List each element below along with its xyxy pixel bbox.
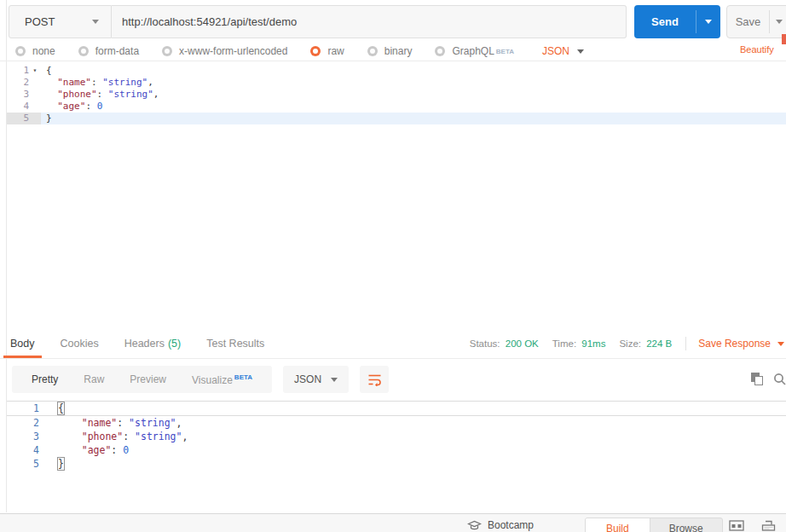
line-number: 5 bbox=[7, 113, 29, 124]
divider bbox=[0, 358, 786, 359]
code-line-3[interactable]: 3 "phone": "string", bbox=[7, 430, 786, 443]
line-number: 2 bbox=[7, 77, 29, 89]
body-type-form-data[interactable]: form-data bbox=[78, 45, 139, 57]
method-label: POST bbox=[25, 15, 55, 28]
line-gutter: 2 bbox=[7, 416, 39, 430]
headers-count-badge: (5) bbox=[168, 338, 181, 350]
bootcamp-label: Bootcamp bbox=[488, 519, 534, 531]
chevron-down-icon bbox=[92, 20, 99, 24]
code-line-4[interactable]: 4 "age": 0 bbox=[7, 443, 786, 457]
line-number: 5 bbox=[7, 457, 39, 471]
tab-label: Headers bbox=[124, 338, 165, 350]
beta-badge: BETA bbox=[496, 48, 514, 55]
copy-response-button[interactable] bbox=[751, 373, 765, 386]
send-options-button[interactable] bbox=[696, 5, 720, 38]
fold-spacer bbox=[29, 77, 41, 89]
body-type-raw[interactable]: raw bbox=[310, 45, 344, 57]
line-gutter: 3 bbox=[7, 430, 39, 443]
response-tabs: Body Cookies Headers (5) Test Results bbox=[3, 329, 283, 358]
save-button[interactable]: Save bbox=[726, 5, 786, 38]
save-options-button[interactable] bbox=[770, 6, 786, 38]
body-type-none[interactable]: none bbox=[15, 45, 55, 57]
fold-spacer bbox=[29, 113, 41, 124]
request-body-editor[interactable]: 1▾{2 "name": "string",3 "phone": "string… bbox=[7, 65, 786, 124]
line-gutter: 4 bbox=[7, 443, 39, 457]
chevron-down-icon bbox=[705, 20, 712, 24]
response-body-editor[interactable]: 1{2 "name": "string",3 "phone": "string"… bbox=[7, 401, 786, 471]
chevron-down-icon bbox=[777, 342, 784, 346]
view-visualize[interactable]: VisualizeBETA bbox=[179, 373, 265, 386]
save-response-button[interactable]: Save Response bbox=[698, 338, 784, 350]
code-text: { bbox=[39, 402, 786, 415]
code-line-2[interactable]: 2 "name": "string", bbox=[7, 77, 786, 89]
wrap-text-icon bbox=[367, 373, 382, 386]
response-meta: Status: 200 OK Time: 91ms Size: 224 B Sa… bbox=[470, 329, 786, 358]
wrap-text-button[interactable] bbox=[360, 366, 389, 393]
beta-badge: BETA bbox=[234, 373, 252, 381]
chevron-down-icon bbox=[776, 20, 783, 24]
radio-icon bbox=[367, 46, 378, 56]
code-line-3[interactable]: 3 "phone": "string", bbox=[7, 89, 786, 101]
response-language-select[interactable]: JSON bbox=[283, 366, 349, 393]
line-gutter: 1▾ bbox=[7, 65, 41, 77]
response-toolbar: Pretty Raw Preview VisualizeBETA JSON bbox=[12, 366, 389, 393]
code-text: "phone": "string", bbox=[41, 89, 786, 101]
method-select[interactable]: POST bbox=[9, 5, 112, 38]
view-raw[interactable]: Raw bbox=[71, 373, 117, 385]
tab-test-results[interactable]: Test Results bbox=[199, 329, 271, 358]
save-label: Save bbox=[727, 6, 769, 38]
fold-toggle-icon[interactable]: ▾ bbox=[29, 65, 41, 77]
console-icon bbox=[761, 520, 776, 531]
send-button[interactable]: Send bbox=[634, 5, 720, 38]
status-metric: Status: 200 OK bbox=[470, 338, 539, 349]
line-number: 4 bbox=[7, 101, 29, 113]
status-label: Status: bbox=[470, 338, 500, 349]
radio-icon bbox=[435, 46, 445, 56]
response-language-label: JSON bbox=[294, 373, 321, 385]
build-tab[interactable]: Build bbox=[586, 518, 650, 532]
url-value: http://localhost:54921/api/test/demo bbox=[122, 15, 297, 28]
time-value: 91ms bbox=[581, 338, 605, 349]
tab-cookies[interactable]: Cookies bbox=[54, 329, 106, 358]
body-type-binary[interactable]: binary bbox=[367, 45, 413, 57]
console-button[interactable] bbox=[761, 520, 776, 532]
search-response-button[interactable] bbox=[773, 373, 786, 386]
view-pretty[interactable]: Pretty bbox=[19, 373, 71, 385]
code-line-5[interactable]: 5} bbox=[7, 113, 786, 124]
code-line-5[interactable]: 5} bbox=[7, 457, 786, 471]
line-gutter: 1 bbox=[7, 402, 39, 415]
code-line-4[interactable]: 4 "age": 0 bbox=[7, 101, 786, 113]
body-type-label: raw bbox=[327, 45, 344, 57]
line-gutter: 5 bbox=[7, 113, 41, 124]
code-line-2[interactable]: 2 "name": "string", bbox=[7, 416, 786, 430]
code-text: } bbox=[41, 113, 786, 124]
tab-label: Cookies bbox=[61, 338, 99, 350]
url-input[interactable]: http://localhost:54921/api/test/demo bbox=[112, 5, 627, 38]
two-pane-view-button[interactable] bbox=[729, 520, 744, 532]
browse-tab[interactable]: Browse bbox=[650, 518, 722, 532]
size-value: 224 B bbox=[646, 338, 672, 349]
fold-spacer bbox=[29, 101, 41, 113]
radio-selected-icon bbox=[310, 46, 321, 56]
time-metric: Time: 91ms bbox=[552, 338, 606, 349]
chevron-down-icon bbox=[331, 378, 338, 382]
body-type-row: none form-data x-www-form-urlencoded raw… bbox=[15, 42, 584, 61]
fold-spacer bbox=[29, 89, 41, 101]
view-preview[interactable]: Preview bbox=[117, 373, 179, 385]
radio-icon bbox=[15, 46, 26, 56]
raw-language-label: JSON bbox=[542, 45, 569, 57]
raw-language-select[interactable]: JSON bbox=[542, 45, 584, 57]
beautify-link[interactable]: Beautify bbox=[740, 44, 774, 55]
divider bbox=[0, 61, 786, 61]
code-line-1[interactable]: 1▾{ bbox=[7, 65, 786, 77]
clipped-edge-element bbox=[782, 34, 786, 44]
tab-headers[interactable]: Headers (5) bbox=[118, 329, 188, 358]
code-line-1[interactable]: 1{ bbox=[7, 401, 786, 416]
code-text: "phone": "string", bbox=[39, 430, 786, 443]
bootcamp-button[interactable]: Bootcamp bbox=[467, 519, 534, 531]
line-number: 2 bbox=[7, 416, 39, 430]
body-type-graphql[interactable]: GraphQL BETA bbox=[435, 45, 514, 57]
tab-body[interactable]: Body bbox=[3, 329, 42, 358]
body-type-x-www-form-urlencoded[interactable]: x-www-form-urlencoded bbox=[162, 45, 287, 57]
two-pane-icon bbox=[729, 520, 744, 531]
